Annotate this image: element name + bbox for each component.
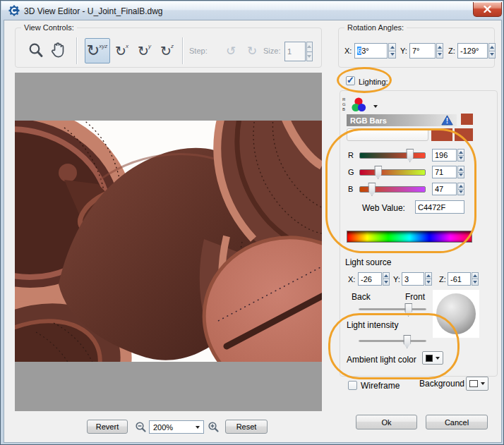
red-slider[interactable] — [359, 152, 426, 159]
red-spinbox[interactable] — [432, 149, 464, 161]
ok-button[interactable]: Ok — [356, 415, 417, 429]
rotation-y-spinbox[interactable] — [409, 43, 443, 59]
current-color-swatch-small[interactable] — [461, 114, 473, 125]
step-forward-icon: ↻ — [247, 45, 257, 57]
view-controls-legend: View Controls: — [21, 23, 77, 32]
light-z-spinbox[interactable] — [448, 272, 479, 286]
back-front-slider[interactable] — [359, 308, 426, 310]
dialog-window: 3D View Editor - U_Joint_FinalB.dwg View… — [0, 0, 504, 445]
zoom-level-combo[interactable]: 200% — [149, 420, 204, 434]
rotation-y-up[interactable] — [436, 43, 443, 51]
title-bar[interactable]: 3D View Editor - U_Joint_FinalB.dwg — [1, 1, 503, 20]
red-down[interactable] — [457, 156, 464, 162]
lighting-checkbox[interactable]: ✓ — [346, 76, 355, 85]
color-mode-button[interactable]: R G B — [342, 96, 379, 116]
rotation-z-spinbox[interactable] — [457, 43, 496, 59]
rgb-icon-r: R — [342, 97, 346, 102]
blue-down[interactable] — [457, 190, 464, 196]
green-up[interactable] — [457, 166, 464, 173]
background-label: Background — [419, 379, 464, 389]
viewport-3d[interactable] — [15, 73, 322, 411]
rotation-z-down[interactable] — [488, 51, 496, 59]
rotate-z-button[interactable]: ↻z — [157, 39, 178, 62]
zoom-combo-arrow-icon — [196, 426, 200, 429]
blue-up[interactable] — [457, 183, 464, 190]
light-y-spinbox[interactable] — [402, 272, 432, 286]
zoom-out-icon — [135, 421, 147, 433]
ambient-color-dropdown[interactable] — [422, 351, 443, 365]
new-color-swatch[interactable] — [431, 128, 452, 141]
red-input[interactable] — [432, 149, 457, 161]
rotate-x-button[interactable]: ↻x — [112, 39, 133, 62]
rotation-y-input[interactable] — [409, 43, 436, 59]
green-down[interactable] — [457, 173, 464, 179]
ambient-color-swatch — [426, 355, 433, 362]
revert-button[interactable]: Revert — [87, 420, 128, 434]
pan-tool-button[interactable] — [47, 39, 67, 63]
rotate-y-button[interactable]: ↻y — [134, 39, 155, 62]
reset-button[interactable]: Reset — [225, 420, 268, 434]
blue-label: B — [348, 185, 353, 193]
cancel-button[interactable]: Cancel — [426, 415, 488, 429]
zoom-tool-button[interactable] — [26, 39, 46, 62]
rotate-xyz-icon: ↻ — [87, 43, 100, 59]
light-z-input[interactable] — [448, 272, 471, 286]
hue-spectrum-bar[interactable] — [347, 231, 472, 243]
rotation-x-input[interactable]: 63° — [354, 43, 388, 59]
green-slider[interactable] — [359, 169, 426, 176]
rotation-y-down[interactable] — [436, 51, 443, 59]
rotate-z-icon: ↻ — [160, 44, 172, 58]
front-label: Front — [405, 292, 425, 302]
light-intensity-slider[interactable] — [359, 340, 426, 342]
rotate-xyz-button[interactable]: ↻xyz — [85, 38, 110, 63]
back-label: Back — [352, 292, 371, 302]
rotation-x-up[interactable] — [388, 43, 396, 51]
light-y-down[interactable] — [425, 279, 432, 286]
background-color-dropdown[interactable] — [466, 377, 488, 391]
blue-input[interactable] — [432, 183, 457, 195]
zoom-out-button[interactable] — [135, 421, 147, 433]
background-color-swatch — [469, 380, 478, 387]
light-x-spinbox[interactable] — [358, 272, 390, 286]
size-input[interactable] — [284, 42, 306, 61]
step-back-button[interactable]: ↺ — [222, 42, 240, 60]
rotation-angles-legend: Rotation Angles: — [344, 23, 407, 32]
green-label: G — [348, 168, 354, 176]
light-x-down[interactable] — [383, 279, 390, 286]
rotate-y-icon: ↻ — [138, 44, 149, 58]
light-z-up[interactable] — [472, 272, 479, 279]
light-x-input[interactable] — [358, 272, 382, 286]
green-input[interactable] — [432, 166, 457, 178]
old-color-swatch[interactable] — [455, 128, 473, 141]
zoom-in-button[interactable] — [208, 421, 220, 433]
light-y-input[interactable] — [402, 272, 424, 286]
u-joint-model — [15, 73, 322, 411]
step-back-icon: ↺ — [226, 45, 236, 57]
light-y-up[interactable] — [425, 272, 432, 279]
rotation-z-up[interactable] — [488, 43, 496, 51]
light-z-down[interactable] — [472, 279, 479, 286]
rotation-x-down[interactable] — [388, 51, 396, 59]
rotation-z-input[interactable] — [457, 43, 488, 59]
blue-spinbox[interactable] — [432, 183, 464, 195]
size-spinbox[interactable] — [284, 42, 313, 61]
rotation-y-label: Y: — [400, 47, 407, 55]
step-label: Step: — [189, 47, 208, 55]
light-x-up[interactable] — [383, 272, 390, 279]
color-mode-header[interactable]: RGB Bars ! — [347, 114, 457, 126]
size-down-button[interactable] — [306, 52, 313, 62]
size-up-button[interactable] — [306, 42, 313, 52]
rotation-x-spinbox[interactable]: 63° — [354, 43, 396, 59]
lighting-label: Lighting: — [359, 78, 388, 86]
step-forward-button[interactable]: ↻ — [243, 42, 261, 60]
green-spinbox[interactable] — [432, 166, 464, 178]
web-value-input[interactable] — [415, 200, 464, 214]
color-mode-dropdown-icon — [373, 105, 378, 108]
wireframe-label: Wireframe — [361, 381, 400, 391]
red-up[interactable] — [457, 149, 464, 156]
wireframe-checkbox[interactable] — [348, 381, 357, 390]
close-button[interactable] — [473, 2, 502, 17]
blue-slider[interactable] — [359, 186, 426, 193]
color-name-field[interactable] — [347, 128, 428, 141]
close-icon — [484, 6, 491, 13]
